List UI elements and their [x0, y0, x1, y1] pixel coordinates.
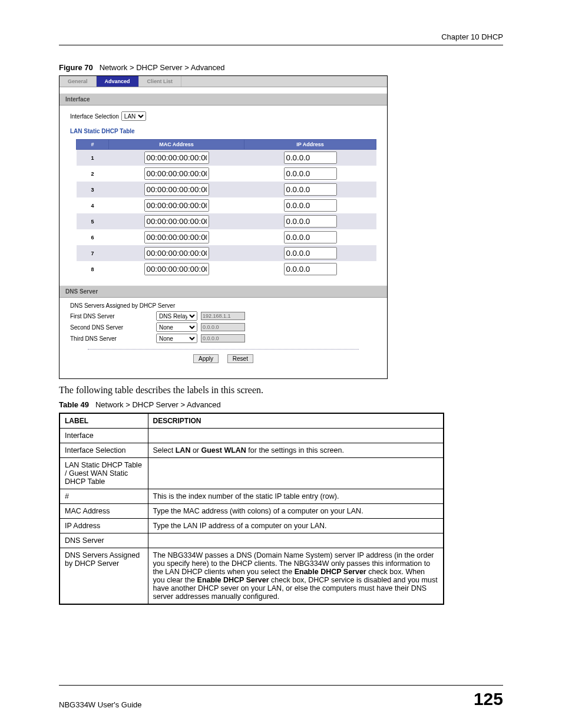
table-caption: Table 49 Network > DHCP Server > Advance… [59, 400, 503, 409]
row-index: 1 [77, 150, 109, 166]
header-rule [59, 45, 503, 45]
figure-caption: Figure 70 Network > DHCP Server > Advanc… [59, 63, 503, 72]
ip-address-input[interactable] [284, 199, 337, 212]
table-title: Network > DHCP Server > Advanced [95, 400, 221, 409]
body-text: The following table describes the labels… [59, 385, 503, 396]
ip-address-input[interactable] [284, 263, 337, 275]
footer-guide: NBG334W User's Guide [59, 700, 141, 709]
row-index: 7 [77, 245, 109, 261]
table-row: 5 [77, 213, 376, 229]
row-index: 5 [77, 213, 109, 229]
ip-address-input[interactable] [284, 151, 337, 164]
col-mac: MAC Address [109, 140, 244, 150]
mac-address-input[interactable] [144, 183, 209, 196]
col-ip: IP Address [244, 140, 376, 150]
reset-button[interactable]: Reset [227, 354, 253, 363]
second-dns-mode-dropdown[interactable]: None [156, 322, 197, 332]
table-row: 1 [77, 150, 376, 166]
mac-address-input[interactable] [144, 151, 209, 164]
third-dns-mode-dropdown[interactable]: None [156, 334, 197, 343]
interface-selection-dropdown[interactable]: LAN [121, 111, 146, 121]
first-dns-mode-dropdown[interactable]: DNS Relay [156, 311, 197, 321]
table-row: Interface [59, 429, 444, 443]
second-dns-ip-input[interactable] [201, 323, 245, 331]
table-row: 2 [77, 166, 376, 182]
table-row: 6 [77, 229, 376, 245]
mac-address-input[interactable] [144, 215, 209, 228]
table-row: MAC AddressType the MAC address (with co… [59, 504, 444, 519]
table-row: DNS Servers Assigned by DHCP Server The … [59, 548, 444, 605]
section-dns-server: DNS Server [59, 285, 387, 298]
apply-button[interactable]: Apply [193, 354, 219, 363]
lan-static-dhcp-table: # MAC Address IP Address 12345678 [76, 139, 376, 277]
ip-address-input[interactable] [284, 183, 337, 196]
screenshot-panel: General Advanced Client List Interface I… [59, 75, 388, 379]
page-number: 125 [474, 689, 503, 709]
ip-address-input[interactable] [284, 231, 337, 243]
mac-address-input[interactable] [144, 231, 209, 243]
row-index: 2 [77, 166, 109, 182]
tab-general[interactable]: General [59, 76, 97, 87]
col-index: # [77, 140, 109, 150]
tab-client-list[interactable]: Client List [139, 76, 182, 87]
dns-assigned-heading: DNS Servers Assigned by DHCP Server [70, 302, 376, 309]
figure-title: Network > DHCP Server > Advanced [100, 63, 225, 72]
interface-selection-label: Interface Selection [70, 113, 119, 120]
first-dns-ip-input[interactable] [201, 312, 245, 320]
table-label: Table 49 [59, 400, 89, 409]
table-row: IP AddressType the LAN IP address of a c… [59, 519, 444, 533]
lan-static-dhcp-heading: LAN Static DHCP Table [70, 128, 376, 134]
third-dns-ip-input[interactable] [201, 334, 245, 342]
table-row: LAN Static DHCP Table / Guest WAN Static… [59, 458, 444, 489]
row-index: 8 [77, 261, 109, 277]
table-row: DNS Server [59, 533, 444, 548]
tab-advanced[interactable]: Advanced [97, 76, 139, 87]
row-index: 4 [77, 197, 109, 213]
table-row: #This is the index number of the static … [59, 489, 444, 504]
table-row: 8 [77, 261, 376, 277]
figure-label: Figure 70 [59, 63, 93, 72]
mac-address-input[interactable] [144, 263, 209, 275]
ip-address-input[interactable] [284, 215, 337, 228]
second-dns-label: Second DNS Server [70, 324, 153, 331]
section-interface: Interface [59, 93, 387, 106]
chapter-header: Chapter 10 DHCP [59, 32, 503, 45]
desc-head-description: DESCRIPTION [148, 413, 444, 429]
desc-head-label: LABEL [59, 413, 148, 429]
table-row: 7 [77, 245, 376, 261]
ip-address-input[interactable] [284, 247, 337, 259]
tab-bar: General Advanced Client List [59, 76, 387, 87]
row-index: 6 [77, 229, 109, 245]
ip-address-input[interactable] [284, 167, 337, 180]
description-table: LABEL DESCRIPTION Interface Interface Se… [59, 413, 444, 605]
page-footer: NBG334W User's Guide 125 [59, 685, 503, 709]
first-dns-label: First DNS Server [70, 313, 153, 319]
table-row: 4 [77, 197, 376, 213]
mac-address-input[interactable] [144, 167, 209, 180]
table-row: 3 [77, 182, 376, 197]
mac-address-input[interactable] [144, 247, 209, 259]
mac-address-input[interactable] [144, 199, 209, 212]
third-dns-label: Third DNS Server [70, 335, 153, 342]
row-index: 3 [77, 182, 109, 197]
table-row: Interface Selection Select LAN or Guest … [59, 443, 444, 458]
